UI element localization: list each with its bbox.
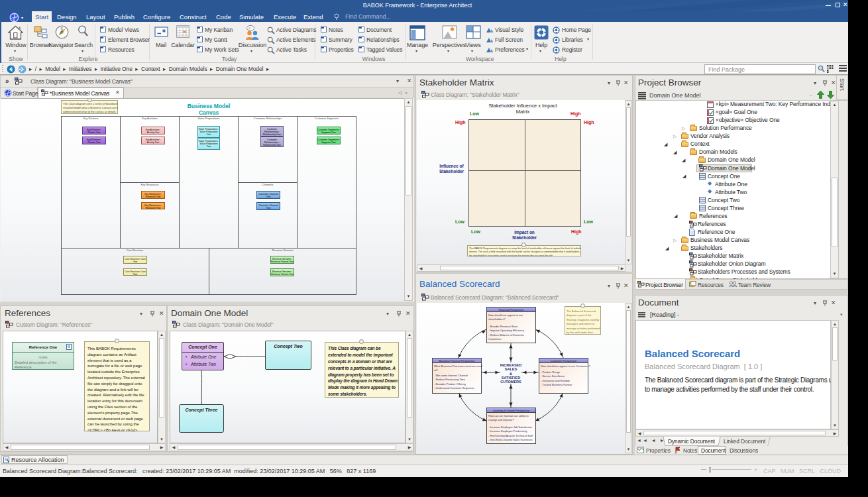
svg-text:N: N — [61, 27, 63, 30]
